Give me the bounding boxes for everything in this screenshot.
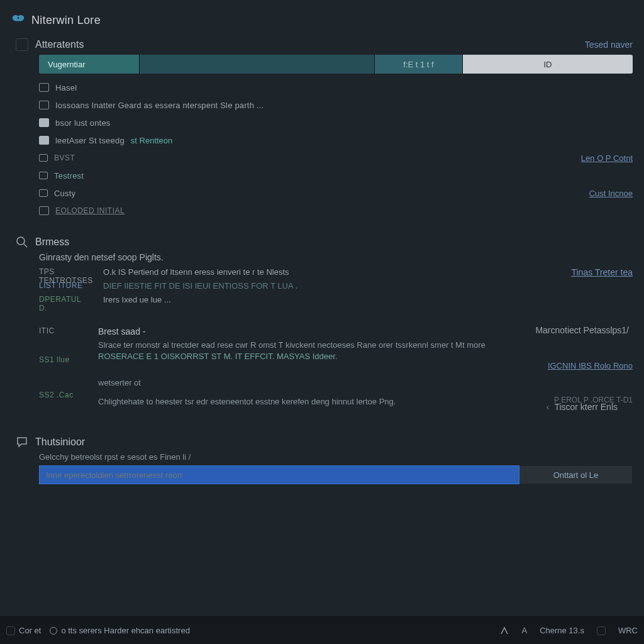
prompt-text: Gelcchy betreolst rpst e sesot es Finen … xyxy=(39,452,633,462)
share-icon xyxy=(500,626,509,635)
section-atteratents-head: Atteratents Tesed naver xyxy=(15,38,633,51)
doc-icon xyxy=(39,206,49,215)
list-item[interactable]: leetAser St tseedg st Rentteon xyxy=(39,131,633,149)
right-link[interactable]: Len O P Cotnt xyxy=(581,153,633,163)
section-right-meta[interactable]: Tesed naver xyxy=(585,40,633,50)
doc-icon xyxy=(39,118,49,127)
section-title: Thutsinioor xyxy=(35,436,85,448)
status-bar: Cor et o tts serers Harder ehcan eartist… xyxy=(0,616,644,644)
doc-icon xyxy=(39,172,48,179)
section-lead: Ginrasty den netsef soop Piglts. xyxy=(39,252,633,262)
block-body: Brest saad - Slrace ter monstr al trectd… xyxy=(98,326,633,408)
section-icon xyxy=(15,38,29,51)
status-item[interactable]: o tts serers Harder ehcan eartistred xyxy=(50,626,189,635)
doc-icon xyxy=(39,83,49,92)
doc-icon xyxy=(39,101,49,109)
section-title: Brmess xyxy=(35,236,69,248)
list-item[interactable]: bvst Len O P Cotnt xyxy=(39,149,633,167)
list-item[interactable]: Iossoans Inatter Geard as essera nterspe… xyxy=(39,96,633,114)
status-item[interactable]: Cor et xyxy=(6,626,41,635)
doc-icon xyxy=(39,136,49,145)
right-link[interactable]: Tinas Treter tea xyxy=(571,267,633,277)
right-link[interactable]: Cust Incnoe xyxy=(589,189,633,198)
tab-filter[interactable]: f:E t 1 t f xyxy=(375,55,463,74)
submit-button[interactable]: Onttart ol Le xyxy=(519,465,633,484)
list-item[interactable]: EOLODED INITIAL xyxy=(39,202,633,219)
box-icon xyxy=(6,626,15,635)
status-item[interactable] xyxy=(500,626,509,635)
doc-icon xyxy=(39,154,48,162)
mid-body: O.k IS Pertiend of Itsenn eress ienveri … xyxy=(103,267,493,309)
svg-point-0 xyxy=(18,17,19,18)
list-item[interactable]: Custy Cust Incnoe xyxy=(39,184,633,202)
tab-id[interactable]: ID xyxy=(463,55,633,74)
butterfly-icon xyxy=(11,14,25,27)
tab-vugerntiar[interactable]: Vugerntiar xyxy=(39,55,140,74)
right-meta: Marcnotiect Petasslps1/ xyxy=(535,325,629,335)
search-icon xyxy=(15,236,29,248)
side-labels: tps tentrotses list Iture DPERATUL D. xyxy=(39,267,89,309)
block-labels: ITIC SS1 llue SS2 .Cac xyxy=(39,326,83,408)
status-item[interactable]: A xyxy=(521,626,527,635)
section1-rows: Hasel Iossoans Inatter Geard as essera n… xyxy=(39,79,633,219)
svg-line-2 xyxy=(24,244,27,247)
search-input[interactable] xyxy=(39,465,519,484)
app-title: Niterwin Lore xyxy=(31,14,101,27)
tab-middle[interactable] xyxy=(140,55,375,74)
status-item[interactable] xyxy=(597,626,606,635)
right-link[interactable]: IGCNIN IBS Rolo Rono xyxy=(548,361,633,370)
chevron-left-icon: ‹ xyxy=(547,402,550,412)
app-header: Niterwin Lore xyxy=(11,14,633,27)
svg-point-1 xyxy=(17,237,25,245)
circle-icon xyxy=(50,627,57,635)
language-selector[interactable]: ‹ Tiscor kterr Enls xyxy=(547,402,618,412)
tab-strip: Vugerntiar f:E t 1 t f ID xyxy=(39,55,633,74)
section-title: Atteratents xyxy=(35,39,84,50)
doc-icon xyxy=(39,189,48,197)
list-item[interactable]: bsor lust ontes xyxy=(39,114,633,131)
list-item[interactable]: Testrest xyxy=(39,167,633,184)
list-item[interactable]: Hasel xyxy=(39,79,633,96)
section-thutsinioor-head: Thutsinioor xyxy=(15,436,633,448)
section-brmess-head: Brmess xyxy=(15,236,633,248)
status-item[interactable]: Cherne 13.s xyxy=(540,626,584,635)
chat-icon xyxy=(15,436,29,448)
status-item[interactable]: WRC xyxy=(618,626,638,635)
box-icon xyxy=(597,626,606,635)
